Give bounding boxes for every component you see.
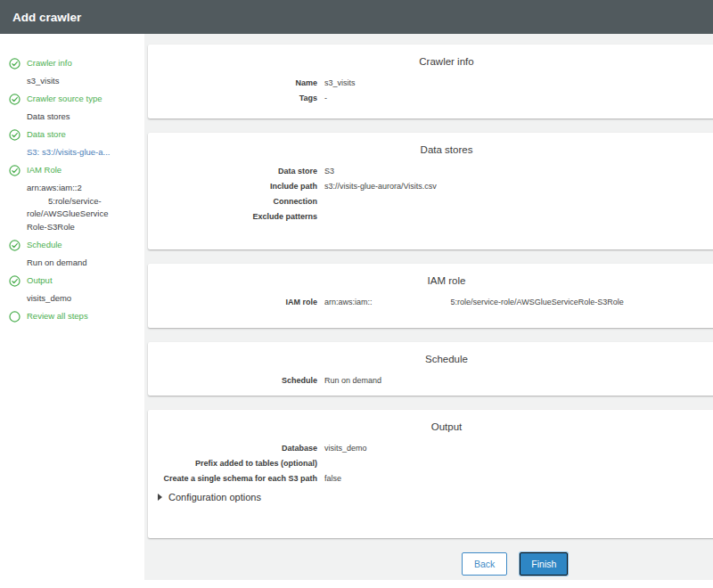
card-title: Data stores (157, 143, 713, 156)
row-label: Prefix added to tables (optional) (157, 456, 317, 471)
sidebar-step-label[interactable]: Output (27, 274, 53, 287)
step-current-circle-icon (9, 311, 20, 323)
arn-line: role/AWSGlueService (27, 208, 139, 221)
step-complete-check-icon (9, 58, 20, 69)
sidebar-step-label[interactable]: Review all steps (27, 310, 88, 323)
step-complete-check-icon (9, 165, 20, 176)
review-row: Name s3_visits (157, 76, 713, 91)
sidebar-step-value: visits_demo (27, 292, 139, 305)
review-row: Exclude patterns (157, 209, 713, 225)
page-layout: Crawler info s3_visits Crawler source ty… (0, 34, 713, 580)
card-title: Crawler info (157, 55, 713, 68)
row-value: s3://visits-glue-aurora/Visits.csv (324, 179, 713, 194)
sidebar-step-value: Data stores (27, 110, 139, 123)
step-complete-check-icon (9, 240, 20, 251)
row-label: Connection (157, 194, 317, 209)
sidebar-step-label[interactable]: Crawler source type (27, 93, 102, 105)
row-label: Exclude patterns (157, 209, 317, 225)
arn-line: arn:aws:iam::2 (27, 182, 139, 195)
row-value (324, 194, 713, 209)
review-row: Database visits_demo (157, 441, 713, 456)
step-complete-check-icon (9, 94, 20, 105)
row-value (324, 209, 713, 225)
sidebar-step-label[interactable]: Crawler info (27, 57, 72, 69)
configuration-options-label: Configuration options (168, 492, 261, 502)
row-label: IAM role (157, 295, 317, 310)
sidebar-step-value-s3-path: S3: s3://visits-glue-a... (27, 146, 139, 159)
review-row: Tags - (157, 91, 713, 106)
row-label: Schedule (157, 373, 317, 388)
sidebar-step-value: Run on demand (27, 257, 139, 269)
row-label: Create a single schema for each S3 path (157, 471, 317, 486)
row-label: Tags (157, 91, 317, 106)
sidebar-step-label[interactable]: IAM Role (27, 164, 61, 176)
review-row: Schedule Run on demand (157, 373, 713, 388)
row-value: false (324, 471, 713, 486)
arn-line: 5:role/service- (27, 195, 139, 208)
review-row: Create a single schema for each S3 path … (157, 471, 713, 486)
wizard-steps-sidebar: Crawler info s3_visits Crawler source ty… (0, 34, 144, 580)
row-label: Database (157, 441, 317, 456)
row-value: - (324, 91, 713, 106)
crawler-info-card: Crawler info Name s3_visits Tags - (148, 45, 713, 118)
output-card: Output Database visits_demo Prefix added… (148, 410, 713, 538)
page-title: Add crawler (12, 11, 81, 24)
card-title: Schedule (157, 353, 713, 365)
card-title: IAM role (157, 274, 713, 287)
triangle-right-icon (158, 494, 162, 501)
review-row: Include path s3://visits-glue-aurora/Vis… (157, 179, 713, 194)
review-row: IAM role arn:aws:iam::5:role/service-rol… (157, 295, 713, 310)
sidebar-step-label[interactable]: Data store (27, 128, 66, 141)
row-label: Include path (157, 179, 317, 194)
configuration-options-toggle[interactable]: Configuration options (157, 492, 713, 502)
back-button[interactable]: Back (462, 552, 507, 576)
row-value (324, 456, 713, 471)
sidebar-step-value-iam-arn: arn:aws:iam::2 5:role/service- role/AWSG… (27, 182, 139, 233)
sidebar-step-value: s3_visits (27, 75, 139, 87)
schedule-card: Schedule Schedule Run on demand (148, 342, 713, 396)
row-value: s3_visits (324, 76, 713, 91)
row-value: visits_demo (324, 441, 713, 456)
card-title: Output (157, 421, 713, 433)
iam-role-card: IAM role IAM role arn:aws:iam::5:role/se… (148, 264, 713, 328)
arn-fragment: arn:aws:iam:: (324, 298, 373, 306)
row-label: Data store (157, 164, 317, 179)
arn-line: Role-S3Role (27, 221, 139, 234)
sidebar-step-label[interactable]: Schedule (27, 239, 62, 251)
sidebar-step-iam-role[interactable]: IAM Role (9, 164, 139, 176)
review-panel: Crawler info Name s3_visits Tags - Data … (144, 34, 713, 580)
sidebar-step-crawler-source-type[interactable]: Crawler source type (9, 93, 139, 105)
row-value-iam-arn: arn:aws:iam::5:role/service-role/AWSGlue… (324, 295, 713, 310)
review-row: Data store S3 (157, 164, 713, 179)
review-row: Connection (157, 194, 713, 209)
sidebar-step-crawler-info[interactable]: Crawler info (9, 57, 139, 69)
review-row: Prefix added to tables (optional) (157, 456, 713, 471)
finish-button[interactable]: Finish (520, 552, 568, 576)
sidebar-step-data-store[interactable]: Data store (9, 128, 139, 141)
arn-fragment: 5:role/service-role/AWSGlueServiceRole-S… (451, 298, 624, 306)
sidebar-step-review-all-steps[interactable]: Review all steps (9, 310, 139, 323)
step-complete-check-icon (9, 275, 20, 287)
row-value: Run on demand (324, 373, 713, 388)
row-label: Name (157, 76, 317, 91)
step-complete-check-icon (9, 129, 20, 141)
wizard-actions: Back Finish (462, 552, 713, 576)
sidebar-step-output[interactable]: Output (9, 274, 139, 287)
row-value: S3 (324, 164, 713, 179)
sidebar-step-schedule[interactable]: Schedule (9, 239, 139, 251)
data-stores-card: Data stores Data store S3 Include path s… (148, 133, 713, 249)
window-title-bar: Add crawler (0, 0, 713, 34)
